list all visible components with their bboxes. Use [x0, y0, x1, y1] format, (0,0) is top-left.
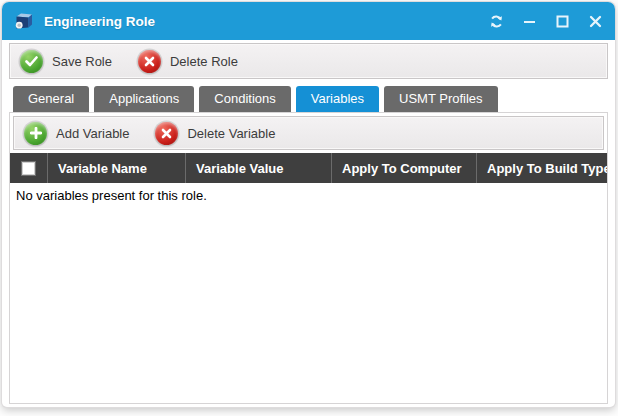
maximize-icon[interactable] [554, 13, 570, 29]
role-toolbar: Save Role Delete Role [9, 43, 608, 79]
delete-role-label: Delete Role [170, 54, 238, 69]
tab-conditions[interactable]: Conditions [199, 86, 290, 112]
header-cell-apply-to-build-type[interactable]: Apply To Build Type [477, 153, 607, 183]
refresh-icon[interactable] [488, 13, 504, 29]
tab-usmt-profiles[interactable]: USMT Profiles [384, 86, 498, 112]
save-role-label: Save Role [52, 54, 112, 69]
empty-variables-message: No variables present for this role. [10, 183, 607, 208]
delete-role-button[interactable]: Delete Role [138, 50, 238, 73]
delete-x-icon [138, 50, 161, 73]
add-plus-icon [24, 122, 47, 145]
variables-grid-header: Variable Name Variable Value Apply To Co… [10, 153, 607, 183]
add-variable-label: Add Variable [56, 126, 129, 141]
header-cell-variable-name[interactable]: Variable Name [48, 153, 186, 183]
delete-variable-button[interactable]: Delete Variable [155, 122, 275, 145]
tab-bar: General Applications Conditions Variable… [13, 86, 608, 112]
select-all-checkbox[interactable] [21, 161, 36, 176]
tab-variables[interactable]: Variables [296, 86, 379, 112]
header-cell-variable-value[interactable]: Variable Value [186, 153, 332, 183]
close-icon[interactable] [587, 13, 603, 29]
tab-general[interactable]: General [13, 86, 89, 112]
window-controls [488, 13, 603, 29]
minimize-icon[interactable] [521, 13, 537, 29]
engineering-role-window: Engineering Role [2, 2, 615, 407]
window-title: Engineering Role [44, 14, 155, 29]
tab-applications[interactable]: Applications [94, 86, 194, 112]
delete-variable-label: Delete Variable [187, 126, 275, 141]
add-variable-button[interactable]: Add Variable [24, 122, 129, 145]
titlebar: Engineering Role [2, 2, 615, 40]
save-role-button[interactable]: Save Role [20, 50, 112, 73]
header-cell-apply-to-computer[interactable]: Apply To Computer [332, 153, 477, 183]
safe-box-icon [13, 11, 34, 31]
variables-toolbar: Add Variable Delete Variable [13, 116, 604, 150]
delete-variable-x-icon [155, 122, 178, 145]
save-check-icon [20, 50, 43, 73]
variables-tab-panel: Add Variable Delete Variable Variable Na… [9, 112, 608, 404]
header-cell-select-all [10, 153, 48, 183]
